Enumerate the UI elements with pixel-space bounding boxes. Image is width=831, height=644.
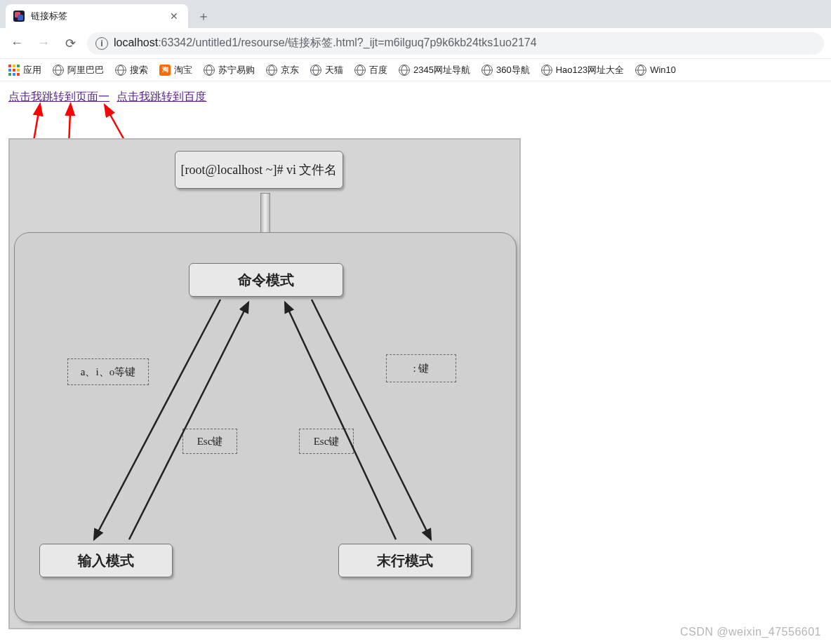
site-info-icon[interactable]: i — [95, 37, 108, 50]
globe-icon — [635, 65, 646, 76]
new-tab-button[interactable]: ＋ — [194, 6, 213, 26]
page-content: 点击我跳转到页面一 点击我跳转到百度 [root@localhost ~]# v… — [0, 81, 831, 638]
address-bar[interactable]: i localhost:63342/untitled1/resourse/链接标… — [87, 32, 824, 55]
tab-favicon — [13, 10, 25, 22]
forward-button[interactable]: → — [34, 34, 53, 53]
bookmark-taobao[interactable]: 淘淘宝 — [159, 64, 192, 76]
globe-icon — [115, 65, 126, 76]
tab-bar: 链接标签 ✕ ＋ — [0, 0, 831, 28]
bookmark-alibaba[interactable]: 阿里巴巴 — [53, 64, 104, 76]
diagram-label-esc1: Esc键 — [182, 429, 237, 454]
bookmark-hao123[interactable]: Hao123网址大全 — [541, 64, 625, 76]
diagram-node-lastlinemode: 末行模式 — [338, 544, 472, 577]
address-row: ← → ⟳ i localhost:63342/untitled1/resour… — [0, 28, 831, 59]
bookmark-search[interactable]: 搜索 — [115, 64, 148, 76]
globe-icon — [310, 65, 321, 76]
diagram-node-inputmode: 输入模式 — [39, 544, 173, 577]
bookmark-2345[interactable]: 2345网址导航 — [399, 64, 470, 76]
bookmark-suning[interactable]: 苏宁易购 — [204, 64, 255, 76]
apps-icon — [8, 65, 20, 76]
globe-icon — [481, 65, 493, 76]
diagram-label-esc2: Esc键 — [299, 429, 354, 454]
tab-title: 链接标签 — [31, 10, 167, 22]
bookmark-baidu[interactable]: 百度 — [354, 64, 387, 76]
url-text: localhost:63342/untitled1/resourse/链接标签.… — [114, 36, 537, 51]
watermark: CSDN @weixin_47556601 — [680, 626, 821, 638]
globe-icon — [266, 65, 277, 76]
globe-icon — [204, 65, 215, 76]
reload-button[interactable]: ⟳ — [60, 34, 80, 53]
globe-icon — [354, 65, 366, 76]
globe-icon — [53, 65, 64, 76]
bookmark-jd[interactable]: 京东 — [266, 64, 299, 76]
taobao-icon: 淘 — [159, 65, 171, 76]
browser-tab[interactable]: 链接标签 ✕ — [6, 4, 188, 28]
bookmarks-bar: 应用 阿里巴巴 搜索 淘淘宝 苏宁易购 京东 天猫 百度 2345网址导航 36… — [0, 59, 831, 81]
back-button[interactable]: ← — [7, 34, 27, 53]
link-page1[interactable]: 点击我跳转到页面一 — [8, 90, 109, 102]
diagram-label-colon: : 键 — [386, 354, 456, 382]
link-baidu[interactable]: 点击我跳转到百度 — [117, 90, 206, 102]
bookmark-360[interactable]: 360导航 — [481, 64, 530, 76]
diagram-node-cmdmode: 命令模式 — [189, 263, 343, 297]
svg-rect-2 — [18, 15, 23, 20]
globe-icon — [399, 65, 410, 76]
browser-chrome: 链接标签 ✕ ＋ ← → ⟳ i localhost:63342/untitle… — [0, 0, 831, 81]
bookmark-win10[interactable]: Win10 — [635, 65, 676, 76]
vi-mode-diagram: [root@localhost ~]# vi 文件名 命令模式 输入模式 末行模… — [8, 138, 521, 629]
tab-close-icon[interactable]: ✕ — [167, 11, 181, 22]
diagram-node-command: [root@localhost ~]# vi 文件名 — [175, 151, 343, 189]
bookmark-tmall[interactable]: 天猫 — [310, 64, 343, 76]
links-row: 点击我跳转到页面一 点击我跳转到百度 — [8, 90, 823, 105]
apps-button[interactable]: 应用 — [8, 64, 41, 76]
diagram-label-aio: a、i、o等键 — [67, 358, 149, 385]
globe-icon — [541, 65, 552, 76]
